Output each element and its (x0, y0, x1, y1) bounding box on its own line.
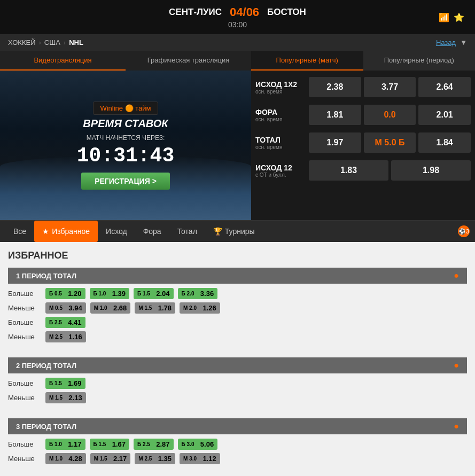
odds-row-1x2: ИСХОД 1X2 осн. время 2.38 3.77 2.64 (255, 75, 471, 99)
bet-label-menshe-2: Меньше (8, 333, 43, 341)
odds-row-total: ТОТАЛ осн. время 1.97 М 5.0 Б 1.84 (255, 130, 471, 155)
stream-tabs: Видеотрансляция Графическая трансляция (0, 51, 251, 71)
tab-outcome[interactable]: Исход (98, 221, 135, 242)
team1-name: СЕНТ-ЛУИС (169, 7, 222, 18)
chip-b15-p3[interactable]: Б 1.5 1.67 (90, 439, 130, 450)
odd-1x2-2[interactable]: 2.64 (418, 77, 471, 97)
chip-b15-p1[interactable]: Б 1.5 2.04 (134, 288, 174, 299)
breadcrumb-hockey[interactable]: ХОККЕЙ (8, 38, 36, 46)
tab-graphic[interactable]: Графическая трансляция (126, 51, 251, 71)
period-2-body: Больше Б 1.5 1.69 Меньше М 1.5 2.13 (8, 373, 467, 408)
signal-icon: 📶 (439, 12, 449, 22)
tab-total[interactable]: Тотал (169, 221, 205, 242)
chip-m05-p1[interactable]: М 0.5 3.94 (45, 302, 86, 314)
odd-1x2-x[interactable]: 3.77 (364, 77, 416, 97)
period-3-dot: ● (454, 422, 459, 431)
chip-m10-p1[interactable]: М 1.0 2.68 (90, 302, 131, 314)
bet-row: Меньше М 2.5 1.16 (8, 330, 467, 344)
odd-fora-1[interactable]: 1.81 (309, 105, 361, 125)
chip-b10-p1[interactable]: Б 1.0 1.39 (90, 288, 130, 299)
odds-label-12: ИСХОД 12 с ОТ и булл. (255, 163, 309, 178)
breadcrumb-nhl[interactable]: NHL (69, 38, 83, 46)
chip-b25-p1[interactable]: Б 2.5 4.41 (45, 317, 85, 328)
period-3-title: 3 ПЕРИОД ТОТАЛ (16, 423, 76, 431)
period-1-title: 1 ПЕРИОД ТОТАЛ (16, 272, 76, 280)
odd-total-b[interactable]: 1.84 (418, 132, 471, 153)
odds-tabs: Популярные (матч) Популярные (период) (251, 51, 475, 71)
chip-b30-p3[interactable]: Б 3.0 5.06 (178, 439, 218, 450)
match-starts: МАТЧ НАЧНЕТСЯ ЧЕРЕЗ: (45, 134, 206, 142)
odd-fora-2[interactable]: 2.01 (418, 105, 471, 125)
bet-label-menshe-1: Меньше (8, 304, 43, 312)
period-2-title: 2 ПЕРИОД ТОТАЛ (16, 362, 76, 370)
odds-buttons-fora: 1.81 0.0 2.01 (309, 105, 471, 125)
tab-favorites[interactable]: ★ Избранное (34, 221, 98, 242)
chip-m15-p2[interactable]: М 1.5 2.13 (45, 392, 86, 403)
period-block-3: 3 ПЕРИОД ТОТАЛ ● Больше Б 1.0 1.17 Б 1.5… (8, 418, 467, 469)
chip-m25-p1[interactable]: М 2.5 1.16 (45, 331, 86, 342)
breadcrumb-sep2: › (64, 38, 66, 46)
odd-12-2[interactable]: 1.98 (391, 160, 471, 181)
winline-logo: Winline 🟠 тайм (93, 102, 158, 115)
breadcrumb-usa[interactable]: США (44, 38, 60, 46)
chip-b10-p3[interactable]: Б 1.0 1.17 (45, 439, 85, 450)
back-link[interactable]: Назад (436, 38, 456, 46)
chip-m15-p3[interactable]: М 1.5 2.17 (90, 453, 131, 464)
trophy-icon: 🏆 (213, 227, 222, 236)
odd-total-val[interactable]: М 5.0 Б (364, 132, 416, 153)
tab-popular-period[interactable]: Популярные (период) (363, 51, 476, 71)
chip-b25-p3[interactable]: Б 2.5 2.87 (134, 439, 174, 450)
odds-row-fora: ФОРА осн. время 1.81 0.0 2.01 (255, 103, 471, 127)
vremya-stavok: ВРЕМЯ СТАВОК (45, 118, 206, 130)
tab-total-label: Тотал (177, 227, 197, 236)
bet-label-menshe-p2: Меньше (8, 394, 43, 402)
bet-label-menshe-p3: Меньше (8, 455, 43, 463)
odd-12-1[interactable]: 1.83 (309, 160, 388, 181)
odds-label-fora: ФОРА осн. время (255, 108, 309, 122)
tab-video[interactable]: Видеотрансляция (0, 51, 126, 71)
bet-label-bolshe-1: Больше (8, 290, 43, 298)
bet-label-bolshe-2: Больше (8, 318, 43, 326)
period-1-dot: ● (454, 271, 459, 280)
odds-buttons-1x2: 2.38 3.77 2.64 (309, 77, 471, 97)
tab-all-label: Все (13, 227, 26, 236)
bottom-section: ИЗБРАННОЕ 1 ПЕРИОД ТОТАЛ ● Больше Б 0.5 … (0, 242, 475, 476)
chip-b15-p2[interactable]: Б 1.5 1.69 (45, 378, 85, 389)
odds-row-12: ИСХОД 12 с ОТ и булл. 1.83 1.98 (255, 158, 471, 183)
match-score: 04/06 (230, 5, 259, 19)
tab-popular-match[interactable]: Популярные (матч) (251, 51, 363, 71)
odd-1x2-1[interactable]: 2.38 (309, 77, 361, 97)
reg-button[interactable]: РЕГИСТРАЦИЯ > (81, 173, 170, 190)
bet-row: Больше Б 2.5 4.41 (8, 315, 467, 330)
left-panel: Видеотрансляция Графическая трансляция W… (0, 51, 251, 220)
period-header-2: 2 ПЕРИОД ТОТАЛ ● (8, 357, 467, 373)
tab-tournaments[interactable]: 🏆 Турниры (205, 221, 263, 242)
odd-total-m[interactable]: 1.97 (309, 132, 361, 153)
bet-row: Меньше М 1.5 2.13 (8, 391, 467, 405)
odd-fora-val[interactable]: 0.0 (364, 105, 416, 125)
chip-b20-p1[interactable]: Б 2.0 3.36 (178, 288, 218, 299)
team2-name: БОСТОН (267, 7, 306, 18)
globe-badge[interactable]: ⚽ 3 (458, 225, 470, 237)
chip-m15-p1[interactable]: М 1.5 1.78 (135, 302, 175, 314)
period-2-dot: ● (454, 361, 459, 370)
breadcrumb-right: Назад ▼ (436, 38, 467, 46)
chip-m25-p3[interactable]: М 2.5 1.35 (135, 453, 175, 464)
header-icons: 📶 ⭐ (439, 12, 464, 22)
chip-m20-p1[interactable]: М 2.0 1.26 (180, 302, 220, 314)
tab-right: ⚽ 3 (458, 225, 470, 237)
period-3-body: Больше Б 1.0 1.17 Б 1.5 1.67 Б 2.5 2.87 … (8, 434, 467, 469)
section-title: ИЗБРАННОЕ (8, 250, 467, 261)
breadcrumb-left: ХОККЕЙ › США › NHL (8, 38, 83, 46)
chip-m30-p3[interactable]: М 3.0 1.12 (180, 453, 220, 464)
tab-fora[interactable]: Фора (135, 221, 169, 242)
odds-buttons-total: 1.97 М 5.0 Б 1.84 (309, 132, 471, 153)
bet-label-bolshe-p2: Больше (8, 379, 43, 387)
video-overlay: Winline 🟠 тайм ВРЕМЯ СТАВОК МАТЧ НАЧНЕТС… (45, 102, 206, 190)
period-header-1: 1 ПЕРИОД ТОТАЛ ● (8, 268, 467, 284)
chip-b05-p1[interactable]: Б 0.5 1.20 (45, 288, 85, 299)
countdown-timer: 10:31:43 (45, 144, 206, 167)
chip-m10-p3[interactable]: М 1.0 4.28 (45, 453, 86, 464)
tab-all[interactable]: Все (5, 221, 34, 242)
star-header-icon[interactable]: ⭐ (454, 12, 464, 22)
